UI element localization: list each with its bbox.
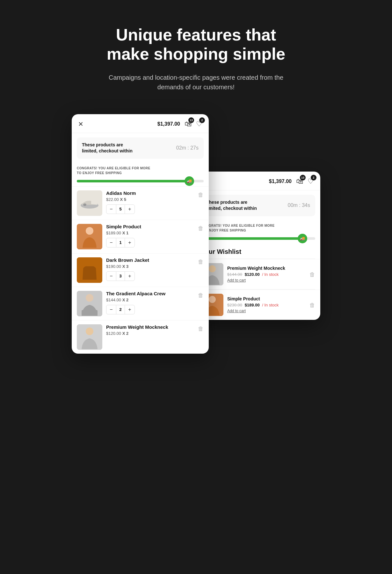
- left-header-right: $1,397.00 🛍 13 ♡ 2: [157, 120, 202, 128]
- left-cart-badge: 13: [188, 117, 194, 123]
- wishlist-delete-simple[interactable]: 🗑: [309, 302, 315, 309]
- qty-plus-adidas[interactable]: +: [125, 205, 134, 214]
- item-image-alpaca: [77, 291, 102, 316]
- item-image-simple: [77, 224, 102, 249]
- qty-plus-simple[interactable]: +: [125, 238, 134, 247]
- qty-value-alpaca: 2: [116, 305, 125, 314]
- item-price-simple: $189.00 X 1: [106, 231, 194, 235]
- cart-item-mockneck: Premium Weight Mockneck $120.00 X 2 🗑: [72, 320, 209, 354]
- right-timer-text: These products are limited, checkout wit…: [206, 199, 257, 212]
- item-image-mockneck: [77, 324, 102, 350]
- alpaca-svg: [77, 291, 102, 316]
- cart-item-adidas: Adidas Norm $22.00 X 5 − 5 + 🗑: [72, 186, 209, 220]
- right-progress-bg: 🚚: [201, 237, 315, 240]
- left-progress-bg: 🚚: [77, 180, 204, 182]
- right-cart-price: $1,397.00: [269, 179, 292, 184]
- qty-control-adidas: − 5 +: [106, 204, 135, 214]
- right-shipping-text: CONGRATS! YOU ARE ELIGIBLE FOR MORE TO E…: [201, 223, 315, 233]
- item-price-mockneck: $120.00 X 2: [106, 331, 194, 336]
- wishlist-price-old-mockneck: $144.00: [227, 272, 242, 277]
- wishlist-prices-mockneck: $144.00 $120.00 / In stock: [227, 272, 306, 277]
- qty-plus-jacket[interactable]: +: [125, 272, 134, 281]
- wishlist-price-new-simple: $189.00: [245, 303, 260, 307]
- svg-point-3: [86, 227, 93, 235]
- delete-adidas[interactable]: 🗑: [198, 192, 204, 198]
- right-cart-badge: 13: [300, 175, 306, 180]
- left-cart-price: $1,397.00: [157, 121, 180, 127]
- delete-simple[interactable]: 🗑: [198, 225, 204, 232]
- wishlist-price-new-mockneck: $120.00: [245, 272, 260, 277]
- item-price-jacket: $190.00 X 3: [106, 264, 194, 269]
- item-name-mockneck: Premium Weight Mockneck: [106, 324, 194, 330]
- qty-plus-alpaca[interactable]: +: [125, 305, 134, 314]
- delete-alpaca[interactable]: 🗑: [198, 292, 204, 299]
- item-image-jacket: [77, 257, 102, 283]
- right-heart-badge: 2: [311, 175, 316, 180]
- item-image-adidas: [77, 190, 102, 216]
- wishlist-prices-simple: $230.00 $189.00 / In stock: [227, 303, 306, 307]
- left-progress-fill: 🚚: [77, 180, 188, 182]
- qty-control-simple: − 1 +: [106, 238, 135, 247]
- delete-jacket[interactable]: 🗑: [198, 259, 204, 265]
- wishlist-price-old-simple: $230.00: [227, 303, 242, 307]
- delete-mockneck[interactable]: 🗑: [198, 326, 204, 332]
- cart-item-jacket: Dark Brown Jacket $190.00 X 3 − 3 + 🗑: [72, 253, 209, 287]
- item-name-adidas: Adidas Norm: [106, 190, 194, 196]
- right-cart-icon-wrapper[interactable]: 🛍 13: [296, 177, 303, 186]
- wishlist-add-mockneck[interactable]: Add to cart: [227, 278, 306, 283]
- qty-minus-alpaca[interactable]: −: [106, 305, 116, 314]
- right-card-header: ✕ $1,397.00 🛍 13 ♡ 2: [196, 172, 320, 190]
- svg-rect-8: [94, 310, 98, 316]
- item-price-adidas: $22.00 X 5: [106, 197, 194, 202]
- item-details-simple: Simple Product $189.00 X 1 − 1 +: [106, 224, 194, 247]
- cart-item-alpaca: The Gradient Alpaca Crew $144.00 X 2 − 2…: [72, 287, 209, 320]
- right-timer-banner: These products are limited, checkout wit…: [201, 195, 315, 216]
- qty-minus-adidas[interactable]: −: [106, 205, 116, 214]
- wishlist-details-mockneck: Premium Weight Mockneck $144.00 $120.00 …: [227, 266, 306, 283]
- svg-point-10: [86, 327, 93, 335]
- svg-point-14: [209, 296, 216, 303]
- qty-value-simple: 1: [116, 238, 125, 247]
- wishlist-add-simple[interactable]: Add to cart: [227, 309, 306, 313]
- left-cart-icon-wrapper[interactable]: 🛍 13: [185, 120, 192, 128]
- jacket-svg: [77, 257, 102, 283]
- wishlist-delete-mockneck[interactable]: 🗑: [309, 271, 315, 278]
- svg-point-12: [209, 265, 216, 272]
- wishlist-details-simple: Simple Product $230.00 $189.00 / In stoc…: [227, 296, 306, 313]
- qty-minus-simple[interactable]: −: [106, 238, 116, 247]
- qty-value-adidas: 5: [116, 205, 125, 214]
- left-shipping-banner: CONGRATS! YOU ARE ELIGIBLE FOR MORE TO E…: [72, 163, 209, 177]
- item-name-alpaca: The Gradient Alpaca Crew: [106, 291, 194, 296]
- right-phone-card: ✕ $1,397.00 🛍 13 ♡ 2 These products are …: [196, 172, 320, 320]
- left-close-button[interactable]: ✕: [78, 120, 83, 128]
- orange-person-svg: [77, 224, 102, 249]
- left-timer-banner: These products are limited, checkout wit…: [77, 137, 204, 159]
- wishlist-title: Your Wishlist: [196, 244, 320, 259]
- right-shipping-banner: CONGRATS! YOU ARE ELIGIBLE FOR MORE TO E…: [196, 221, 320, 235]
- cart-item-simple: Simple Product $189.00 X 1 − 1 + 🗑: [72, 220, 209, 253]
- item-name-jacket: Dark Brown Jacket: [106, 257, 194, 263]
- wishlist-name-simple: Simple Product: [227, 296, 306, 301]
- section-subtitle: Campaigns and location-specific pages we…: [104, 73, 288, 92]
- wishlist-stock-mockneck: In stock: [265, 272, 279, 277]
- mockneck-svg: [77, 324, 102, 350]
- shoe-svg: [78, 195, 101, 211]
- right-delivery-icon: 🚚: [298, 234, 307, 243]
- wishlist-item-mockneck: Premium Weight Mockneck $144.00 $120.00 …: [196, 259, 320, 289]
- right-heart-icon-wrapper[interactable]: ♡ 2: [308, 177, 314, 186]
- left-timer-text: These products are limited, checkout wit…: [82, 142, 133, 154]
- section-title: Unique features that make shopping simpl…: [107, 26, 286, 64]
- wishlist-item-simple: Simple Product $230.00 $189.00 / In stoc…: [196, 290, 320, 320]
- item-details-jacket: Dark Brown Jacket $190.00 X 3 − 3 +: [106, 257, 194, 281]
- wishlist-name-mockneck: Premium Weight Mockneck: [227, 266, 306, 271]
- svg-rect-7: [82, 310, 85, 316]
- item-price-alpaca: $144.00 X 2: [106, 298, 194, 302]
- left-heart-icon-wrapper[interactable]: ♡ 2: [196, 120, 202, 128]
- right-header-right: $1,397.00 🛍 13 ♡ 2: [269, 177, 314, 186]
- left-heart-badge: 2: [199, 117, 205, 123]
- qty-minus-jacket[interactable]: −: [106, 272, 116, 281]
- left-timer-countdown: 02m : 27s: [176, 145, 199, 151]
- item-details-adidas: Adidas Norm $22.00 X 5 − 5 +: [106, 190, 194, 214]
- left-progress-bar: 🚚: [77, 180, 204, 182]
- item-details-mockneck: Premium Weight Mockneck $120.00 X 2: [106, 324, 194, 338]
